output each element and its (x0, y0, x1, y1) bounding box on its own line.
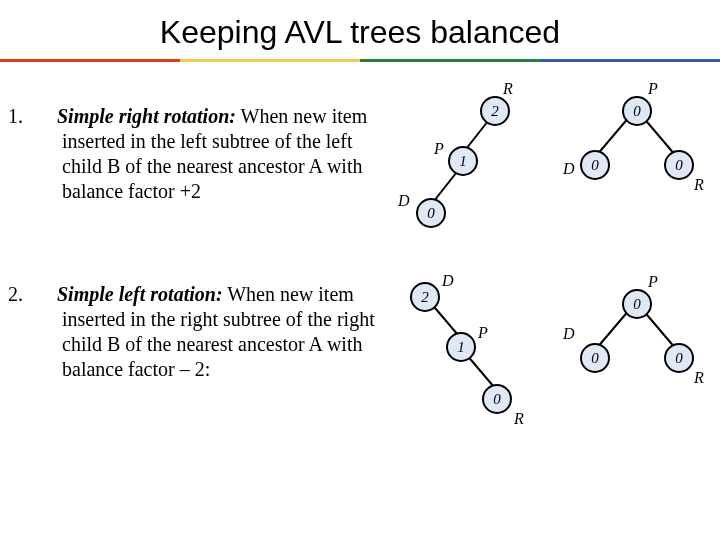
svg-line-5 (466, 354, 494, 387)
node-label-D: D (563, 325, 575, 343)
node-label-P: P (648, 273, 658, 291)
tree-node: 0 (622, 96, 652, 126)
node-label-R: R (694, 369, 704, 387)
tree-node: 2 (480, 96, 510, 126)
tree-right-rotation-after: P 0 D 0 0 R (560, 84, 710, 234)
item-bold: Simple right rotation: (57, 105, 236, 127)
tree-node: 0 (580, 150, 610, 180)
tree-node: 1 (448, 146, 478, 176)
item-bold: Simple left rotation: (57, 283, 223, 305)
list-item-2: 2.Simple left rotation: When new item in… (35, 282, 405, 382)
node-label-D: D (442, 272, 454, 290)
tree-node: 0 (664, 343, 694, 373)
tree-node: 1 (446, 332, 476, 362)
svg-line-6 (596, 309, 630, 349)
list-item-1: 1.Simple right rotation: When new item i… (35, 104, 395, 204)
tree-left-rotation-before: D 2 P 1 0 R (400, 270, 540, 440)
node-label-P: P (478, 324, 488, 342)
tree-node: 0 (664, 150, 694, 180)
page-title: Keeping AVL trees balanced (0, 0, 720, 59)
tree-node: 0 (580, 343, 610, 373)
item-number: 1. (35, 104, 57, 129)
tree-right-rotation-before: R 2 P 1 D 0 (388, 84, 518, 234)
node-label-P: P (648, 80, 658, 98)
node-label-R: R (694, 176, 704, 194)
tree-node: 2 (410, 282, 440, 312)
svg-line-2 (596, 116, 630, 156)
content-area: 1.Simple right rotation: When new item i… (0, 62, 720, 522)
item-number: 2. (35, 282, 57, 307)
tree-left-rotation-after: P 0 D 0 0 R (560, 277, 710, 437)
node-label-D: D (398, 192, 410, 210)
node-label-P: P (434, 140, 444, 158)
tree-node: 0 (416, 198, 446, 228)
node-label-D: D (563, 160, 575, 178)
node-label-R: R (514, 410, 524, 428)
tree-node: 0 (482, 384, 512, 414)
node-label-R: R (503, 80, 513, 98)
tree-node: 0 (622, 289, 652, 319)
